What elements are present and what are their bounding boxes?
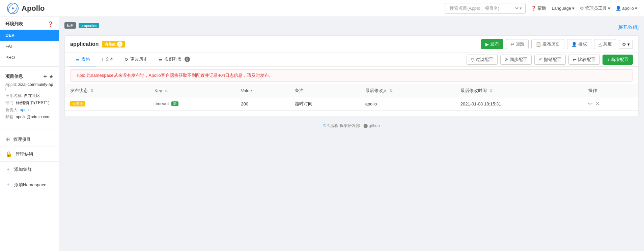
edit-project-icon[interactable]: ✏	[44, 74, 47, 79]
badge-properties: properties	[79, 23, 99, 28]
add-cluster-label: 添加集群	[14, 166, 32, 172]
env-help-icon[interactable]: ❓	[48, 21, 53, 27]
instances-count-badge: 0	[185, 57, 190, 62]
expand-collapse-btn[interactable]: [展开/收组]	[617, 24, 639, 30]
tips-text: Tips: 此namespace从来没有发布过，Apollo客户端将获取不到配置…	[76, 73, 273, 78]
main-content: 私有 properties [展开/收组] application 有修改 1 …	[59, 17, 644, 251]
env-dev[interactable]: DEV	[0, 30, 59, 41]
language-dropdown-icon: ▾	[572, 6, 575, 11]
tab-history[interactable]: ⟳ 更改历史	[119, 53, 153, 66]
apollo-logo	[7, 2, 19, 14]
search-select[interactable]: 搜索项目(AppId、项目名)	[448, 5, 520, 11]
app-block-title: application 有修改 1	[70, 41, 125, 48]
cell-value: 200	[235, 97, 289, 111]
main-layout: 环境列表 ❓ DEV FAT PRO 项目信息 ✏ ★ AppId: zizai…	[0, 17, 644, 251]
project-info-actions: ✏ ★	[44, 74, 53, 79]
lock-icon: 🔒	[5, 151, 12, 157]
authorize-icon: 👤	[571, 42, 577, 47]
authorize-button[interactable]: 👤 授权	[567, 39, 591, 49]
cell-row-actions: ✏ ✕	[583, 97, 638, 111]
add-icon: +	[607, 57, 610, 62]
help-link[interactable]: ❓ 帮助	[531, 5, 546, 11]
add-cluster-icon: ＋	[5, 166, 11, 173]
config-table-wrapper: 发布状态 ⇅ Key ⇅ Value 备注 最后修改人 ⇅ 最后修改	[65, 84, 638, 116]
rollback-icon: ↩	[510, 42, 514, 47]
history-tab-icon: ⟳	[125, 57, 129, 62]
col-key: Key ⇅	[149, 84, 235, 97]
key-value: timeout	[155, 101, 169, 106]
sync-config-button[interactable]: ⟳ 同步配置	[500, 55, 532, 65]
manage-project-label: 管理项目	[13, 136, 31, 143]
cell-modifier: apollo	[360, 97, 455, 111]
add-config-button[interactable]: + 新增配置	[603, 55, 633, 65]
gear-button[interactable]: ⚙ ▾	[619, 40, 633, 49]
new-badge: 新	[171, 101, 178, 106]
sidebar-divider-2	[0, 128, 59, 128]
filter-icon: ▽	[471, 57, 474, 62]
sidebar-item-manage-project[interactable]: ⊞ 管理项目	[0, 132, 59, 147]
modified-count: 1	[117, 41, 122, 47]
tab-actions: ▽ 过滤配置 ⟳ 同步配置 ↶ 撤销配置 ⇌ 比较配置	[467, 55, 633, 65]
logo-text: Apollo	[22, 4, 45, 13]
publish-button[interactable]: ▶ 发布	[481, 39, 503, 49]
help-icon: ❓	[531, 6, 536, 11]
app-name: application	[70, 41, 99, 47]
gear-icon: ⚙	[622, 42, 626, 47]
status-unpublished-badge: 未发布	[70, 101, 85, 106]
edit-row-button[interactable]: ✏	[588, 101, 593, 107]
row-actions: ✏ ✕	[588, 101, 633, 107]
sidebar-item-add-namespace[interactable]: ＋ 添加Namespace	[0, 177, 59, 192]
project-info-label: 项目信息	[5, 73, 23, 80]
add-namespace-label: 添加Namespace	[14, 182, 46, 188]
cell-status: 未发布	[65, 97, 149, 111]
admin-tools-menu[interactable]: ⚙ 管理员工具 ▾	[580, 5, 610, 11]
info-appname: 应用名称: 自在社区	[5, 93, 53, 99]
star-project-icon[interactable]: ★	[49, 74, 53, 79]
instances-tab-icon: ☰	[159, 57, 163, 62]
header: Apollo 搜索项目(AppId、项目名) ▾ ❓ 帮助 Language ▾…	[0, 0, 644, 17]
grayscale-button[interactable]: △ 灰度	[594, 39, 616, 49]
info-owner: 负责人: apollo	[5, 107, 53, 113]
ctrip-logo: ©	[323, 123, 326, 128]
publish-history-button[interactable]: 📋 发布历史	[531, 39, 564, 49]
delete-row-button[interactable]: ✕	[595, 101, 600, 107]
tips-bar: Tips: 此namespace从来没有发布过，Apollo客户端将获取不到配置…	[70, 69, 633, 82]
user-menu[interactable]: 👤 apollo ▾	[616, 6, 637, 11]
table-header-row: 发布状态 ⇅ Key ⇅ Value 备注 最后修改人 ⇅ 最后修改	[65, 84, 638, 97]
sidebar-divider-1	[0, 66, 59, 67]
app-block-header: application 有修改 1 ▶ 发布 ↩ 回滚	[65, 36, 638, 53]
modified-badge: 有修改 1	[102, 41, 125, 48]
footer: © ©携程 框架研发部 ⬤ github	[64, 116, 639, 135]
rollback-button[interactable]: ↩ 回滚	[506, 39, 529, 49]
language-menu[interactable]: Language ▾	[552, 6, 575, 11]
sort-key-icon: ⇅	[165, 89, 168, 93]
env-pro[interactable]: PRO	[0, 52, 59, 63]
project-info-section: 项目信息 ✏ ★ AppId: zizai-community-api 应用名称…	[0, 70, 59, 125]
tab-table[interactable]: ☰ 表格	[70, 53, 95, 66]
project-search[interactable]: 搜索项目(AppId、项目名) ▾	[445, 3, 526, 14]
tab-instances[interactable]: ☰ 实例列表 0	[153, 53, 195, 66]
search-dropdown-icon: ▾	[520, 6, 522, 11]
env-fat[interactable]: FAT	[0, 41, 59, 52]
col-remark: 备注	[289, 84, 360, 97]
gear-header-icon: ⚙	[580, 6, 584, 11]
namespace-header: 私有 properties	[64, 22, 99, 29]
filter-config-button[interactable]: ▽ 过滤配置	[467, 55, 498, 65]
footer-copyright: ©携程 框架研发部	[327, 123, 360, 128]
col-actions: 操作	[583, 84, 638, 97]
compare-config-button[interactable]: ⇌ 比较配置	[568, 55, 600, 65]
info-appid: AppId: zizai-community-api	[5, 82, 53, 92]
badge-private: 私有	[64, 22, 76, 29]
sort-modifier-icon: ⇅	[390, 89, 393, 93]
tabs-bar: ☰ 表格 T 文本 ⟳ 更改历史 ☰ 实例列表 0	[65, 53, 638, 67]
revoke-config-button[interactable]: ↶ 撤销配置	[534, 55, 566, 65]
sidebar-item-add-cluster[interactable]: ＋ 添加集群	[0, 161, 59, 177]
sort-time-icon: ⇅	[489, 89, 492, 93]
compare-icon: ⇌	[573, 57, 577, 62]
col-modified-time: 最后修改时间 ⇅	[455, 84, 583, 97]
sidebar-item-manage-secret[interactable]: 🔒 管理秘钥	[0, 147, 59, 161]
header-right: 搜索项目(AppId、项目名) ▾ ❓ 帮助 Language ▾ ⚙ 管理员工…	[445, 3, 637, 14]
config-table: 发布状态 ⇅ Key ⇅ Value 备注 最后修改人 ⇅ 最后修改	[65, 84, 638, 111]
tab-text[interactable]: T 文本	[95, 53, 119, 66]
history-icon: 📋	[536, 42, 541, 47]
